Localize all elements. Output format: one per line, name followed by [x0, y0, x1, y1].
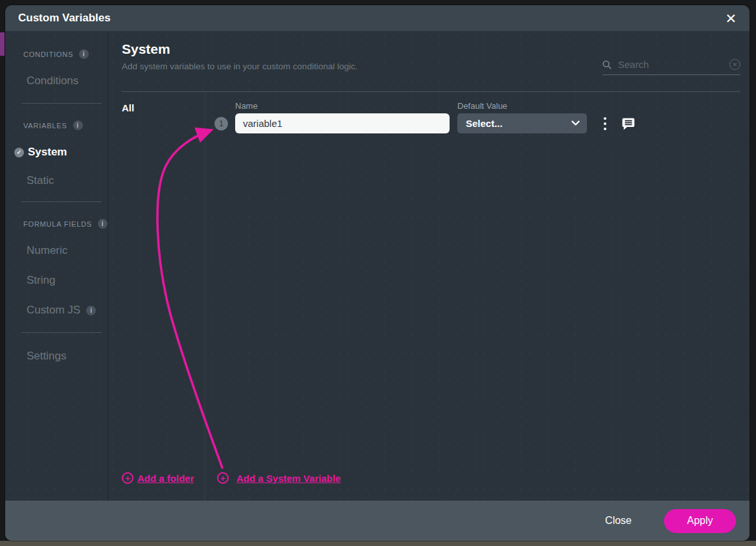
sidebar-divider	[21, 332, 102, 333]
modal-title: Custom Variables	[18, 12, 111, 25]
info-icon[interactable]: i	[79, 49, 89, 59]
sidebar-divider	[21, 103, 102, 104]
background-bottom-strip	[0, 541, 756, 546]
close-button[interactable]: Close	[601, 514, 636, 527]
comment-icon[interactable]	[621, 116, 636, 131]
sidebar-section-formula-fields: FORMULA FIELDS i	[5, 219, 108, 229]
sidebar-item-system[interactable]: ✓ System	[5, 146, 108, 159]
info-icon[interactable]: i	[86, 306, 96, 315]
info-icon[interactable]: i	[73, 120, 83, 130]
clear-search-icon[interactable]: ✕	[729, 59, 740, 70]
modal-titlebar: Custom Variables ✕	[5, 5, 750, 31]
name-column-header: Name	[235, 101, 450, 111]
background-app-sliver	[0, 32, 5, 56]
custom-variables-modal: Custom Variables ✕ CONDITIONS i Conditio…	[5, 5, 750, 541]
modal-footer: Close Apply	[5, 501, 750, 541]
search-icon	[602, 60, 612, 69]
step-badge: 1	[214, 117, 228, 130]
sidebar-section-variables: VARIABLES i	[5, 120, 108, 130]
info-icon[interactable]: i	[98, 219, 108, 229]
plus-icon: +	[217, 472, 229, 484]
sidebar-item-conditions[interactable]: Conditions	[5, 74, 108, 87]
sidebar-item-settings[interactable]: Settings	[5, 350, 108, 363]
sidebar-item-static[interactable]: Static	[5, 174, 108, 187]
add-folder-button[interactable]: + Add a folder	[122, 472, 205, 484]
main-area: System Add system variables to use in yo…	[108, 31, 750, 501]
search-input[interactable]	[617, 58, 724, 71]
sidebar-section-conditions: CONDITIONS i	[5, 49, 108, 59]
variable-name-input[interactable]	[235, 113, 450, 133]
variables-panel: Name Default Value 1 Select...	[205, 92, 750, 501]
close-icon[interactable]: ✕	[725, 12, 737, 25]
default-value-select[interactable]: Select...	[457, 113, 587, 133]
apply-button[interactable]: Apply	[664, 509, 736, 533]
search-box: ✕	[602, 58, 740, 75]
variable-row: 1 Select...	[235, 113, 750, 133]
sidebar-divider	[21, 201, 102, 202]
folders-panel: All + Add a folder	[108, 92, 205, 501]
check-icon: ✓	[14, 148, 24, 157]
sidebar: CONDITIONS i Conditions VARIABLES i ✓ Sy…	[5, 31, 108, 501]
sidebar-item-string[interactable]: String	[5, 274, 108, 287]
page-background: Custom Variables ✕ CONDITIONS i Conditio…	[0, 0, 756, 546]
default-value-column-header: Default Value	[457, 101, 507, 111]
folder-all[interactable]: All	[122, 102, 205, 113]
sidebar-item-custom-js[interactable]: Custom JS i	[5, 304, 108, 317]
plus-icon: +	[122, 472, 133, 484]
page-title: System	[122, 41, 740, 57]
main-header: System Add system variables to use in yo…	[108, 31, 750, 92]
column-headers: Name Default Value	[235, 101, 750, 111]
chevron-down-icon	[571, 120, 580, 126]
sidebar-item-numeric[interactable]: Numeric	[5, 244, 108, 257]
row-menu-button[interactable]	[602, 116, 608, 131]
add-system-variable-button[interactable]: + Add a System Variable	[217, 472, 341, 484]
